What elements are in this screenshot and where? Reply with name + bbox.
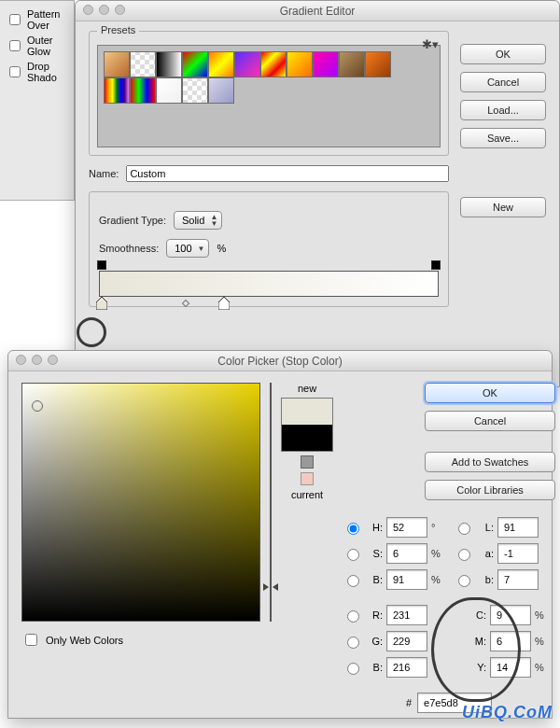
preset-swatch[interactable]	[287, 51, 313, 77]
preset-swatch[interactable]	[130, 51, 156, 77]
option-outer-glow[interactable]: Outer Glow	[6, 35, 68, 57]
preset-swatch[interactable]	[208, 77, 234, 104]
brgb-radio[interactable]	[347, 663, 359, 675]
chevron-down-icon: ▼	[198, 245, 205, 252]
only-web-checkbox[interactable]	[25, 634, 37, 646]
grad-type-value: Solid	[182, 215, 204, 226]
window-title: Color Picker (Stop Color)	[8, 355, 552, 368]
m-input[interactable]	[490, 631, 531, 651]
presets-well[interactable]	[97, 45, 441, 147]
preset-swatch[interactable]	[104, 51, 130, 77]
preset-swatch[interactable]	[234, 51, 260, 77]
gamut-warning-icon[interactable]	[301, 455, 314, 469]
color-picker-window: Color Picker (Stop Color) Only Web Color…	[7, 350, 553, 719]
hue-slider[interactable]	[270, 383, 272, 622]
option-label: Pattern Over	[27, 8, 68, 31]
window-controls[interactable]	[16, 355, 58, 365]
color-cursor[interactable]	[32, 400, 43, 412]
b-label: B:	[366, 574, 383, 585]
websafe-swatch[interactable]	[301, 472, 314, 485]
h-label: H:	[366, 522, 383, 533]
drop-shadow-checkbox[interactable]	[9, 66, 21, 77]
c-input[interactable]	[490, 605, 531, 625]
y-label: Y:	[469, 662, 486, 673]
r-radio[interactable]	[347, 610, 359, 623]
load-button[interactable]: Load...	[460, 100, 546, 120]
midpoint-marker[interactable]	[182, 300, 189, 307]
l-label: L:	[477, 522, 494, 533]
s-input[interactable]	[386, 543, 427, 564]
preset-swatch[interactable]	[182, 77, 208, 104]
titlebar[interactable]: Gradient Editor	[76, 1, 559, 21]
new-button[interactable]: New	[460, 197, 546, 217]
grad-type-label: Gradient Type:	[99, 215, 166, 226]
gradient-editor-window: Gradient Editor Presets ✱▾ Name: Gradien…	[75, 0, 560, 387]
preset-swatch[interactable]	[182, 51, 208, 77]
brgb-label: B:	[366, 662, 383, 673]
gear-icon[interactable]: ✱▾	[422, 37, 439, 51]
name-input[interactable]	[126, 165, 449, 182]
s-label: S:	[366, 548, 383, 559]
l-input[interactable]	[497, 517, 539, 538]
opacity-stop-left[interactable]	[97, 260, 106, 270]
ok-button[interactable]: OK	[425, 383, 555, 403]
preset-swatch[interactable]	[208, 51, 234, 77]
option-drop-shadow[interactable]: Drop Shado	[6, 61, 68, 83]
preset-swatch[interactable]	[156, 51, 182, 77]
current-color-swatch[interactable]	[282, 425, 332, 451]
preset-swatch[interactable]	[339, 51, 365, 77]
watermark: UiBQ.CoM	[462, 703, 553, 722]
smoothness-select[interactable]: 100 ▼	[166, 239, 209, 258]
h-radio[interactable]	[347, 523, 359, 535]
preset-swatch[interactable]	[156, 77, 182, 104]
b-input[interactable]	[386, 569, 427, 590]
color-field[interactable]	[21, 383, 260, 622]
option-label: Outer Glow	[27, 35, 68, 57]
presets-label: Presets	[97, 24, 139, 35]
window-controls[interactable]	[83, 5, 125, 15]
preset-swatch[interactable]	[104, 77, 130, 104]
smoothness-label: Smoothness:	[99, 243, 159, 254]
color-stop-right[interactable]	[218, 297, 230, 310]
preset-swatch[interactable]	[313, 51, 339, 77]
gradient-bar[interactable]	[99, 271, 439, 297]
g-radio[interactable]	[347, 637, 359, 649]
new-color-swatch[interactable]	[282, 399, 332, 425]
save-button[interactable]: Save...	[460, 128, 546, 148]
g-input[interactable]	[386, 631, 427, 651]
s-radio[interactable]	[347, 549, 359, 561]
blab-input[interactable]	[497, 569, 539, 590]
color-libraries-button[interactable]: Color Libraries	[425, 480, 555, 500]
grad-type-select[interactable]: Solid ▲▼	[174, 211, 222, 230]
titlebar[interactable]: Color Picker (Stop Color)	[8, 351, 552, 371]
l-radio[interactable]	[458, 523, 470, 535]
color-stop-left[interactable]	[96, 297, 107, 310]
option-pattern-overlay[interactable]: Pattern Over	[6, 8, 68, 31]
blab-radio[interactable]	[458, 575, 470, 587]
outer-glow-checkbox[interactable]	[9, 40, 21, 51]
a-input[interactable]	[497, 543, 539, 564]
presets-fieldset: Presets ✱▾	[89, 31, 449, 156]
preset-swatch[interactable]	[260, 51, 287, 77]
a-radio[interactable]	[458, 549, 470, 561]
pattern-overlay-checkbox[interactable]	[9, 14, 21, 25]
add-swatches-button[interactable]: Add to Swatches	[425, 452, 555, 472]
cancel-button[interactable]: Cancel	[460, 72, 546, 92]
r-input[interactable]	[386, 605, 427, 625]
h-input[interactable]	[386, 517, 427, 538]
hex-label: #	[406, 697, 412, 708]
preset-swatch[interactable]	[130, 77, 156, 104]
blab-label: b:	[477, 574, 494, 585]
y-input[interactable]	[490, 657, 531, 678]
new-current-swatch: new current	[281, 383, 333, 713]
cancel-button[interactable]: Cancel	[425, 411, 555, 431]
opacity-stop-right[interactable]	[431, 260, 441, 270]
ok-button[interactable]: OK	[460, 44, 546, 64]
preset-swatch[interactable]	[365, 51, 391, 77]
brgb-input[interactable]	[386, 657, 427, 678]
window-title: Gradient Editor	[76, 5, 559, 18]
b-radio[interactable]	[347, 575, 359, 587]
hue-thumb[interactable]	[265, 583, 276, 589]
layer-style-panel: Pattern Over Outer Glow Drop Shado	[0, 0, 75, 201]
only-web-colors[interactable]: Only Web Colors	[21, 631, 260, 649]
